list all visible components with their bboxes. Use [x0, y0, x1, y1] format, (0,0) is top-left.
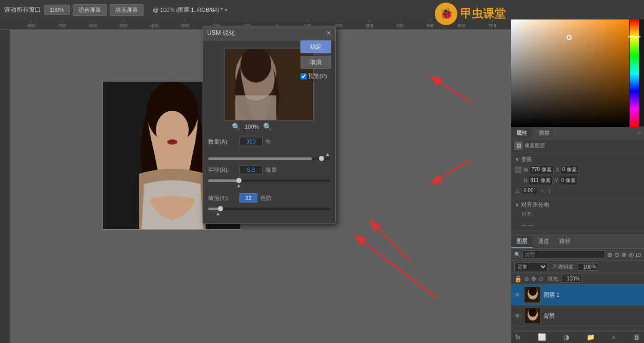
- ruler-tick: 400: [385, 23, 415, 28]
- tab-adjustments[interactable]: 调整: [533, 127, 555, 139]
- search-icon: 🔍: [514, 252, 520, 257]
- logo-text: 甲虫课堂: [460, 6, 506, 22]
- amount-input[interactable]: [239, 137, 263, 146]
- x-label: X: [556, 167, 559, 173]
- flip-v-icon[interactable]: ↕: [548, 187, 551, 194]
- usm-preview-check[interactable]: 预览(P): [300, 72, 331, 80]
- ruler-tick: -400: [138, 23, 169, 28]
- zoom-100-button[interactable]: 100%: [44, 5, 70, 15]
- color-picker[interactable]: [511, 19, 644, 127]
- layer-name: 图层 1: [544, 291, 641, 299]
- usm-buttons: 确定 取消 预览(P): [300, 41, 331, 80]
- opacity-input[interactable]: [578, 263, 598, 271]
- align-chevron: ∨: [515, 202, 519, 208]
- ruler-tick: -700: [46, 23, 77, 28]
- adjustment-button[interactable]: ◑: [564, 333, 569, 341]
- radius-input[interactable]: [239, 165, 263, 174]
- lock-icon[interactable]: 🔒: [514, 275, 522, 283]
- align-label: 对齐并分布: [521, 201, 549, 209]
- filter-icon2[interactable]: ⊙: [614, 251, 619, 258]
- blend-mode-select[interactable]: 正常: [514, 263, 548, 271]
- align-dash2: —: [529, 222, 534, 228]
- y-value[interactable]: 0 像素: [559, 176, 577, 185]
- filter-icon5[interactable]: ⊡: [636, 251, 641, 258]
- layer-thumbnail: [524, 308, 540, 324]
- new-layer-button[interactable]: +: [612, 333, 616, 341]
- layers-bottom: fx ⬜ ◑ 📁 + 🗑: [511, 331, 644, 343]
- rotation-value[interactable]: 0.00°: [521, 187, 537, 194]
- transform-label: 变换: [521, 155, 532, 163]
- tab-channels[interactable]: 通道: [533, 235, 554, 248]
- ruler-tick: -600: [77, 23, 108, 28]
- amount-row: 数量(A): %: [208, 137, 330, 146]
- layers-blend-row: 正常 不透明度:: [511, 261, 644, 273]
- mask-button[interactable]: ⬜: [538, 333, 546, 341]
- props-tab-row: 属性 调整 −: [511, 127, 644, 139]
- filter-icon4[interactable]: ◎: [629, 251, 634, 258]
- amount-slider-thumb[interactable]: [319, 156, 324, 161]
- align-header[interactable]: ∨ 对齐并分布: [515, 201, 640, 209]
- filter-icon[interactable]: ⊕: [607, 251, 612, 258]
- h-value[interactable]: 811 像素: [528, 176, 552, 185]
- link-icon[interactable]: [515, 167, 521, 173]
- preview-checkbox[interactable]: [300, 73, 307, 79]
- eye-icon[interactable]: 👁: [514, 312, 521, 320]
- usm-params: 数量(A): % ▲ 半径(R): 像素 ▲ 阈: [203, 133, 335, 224]
- threshold-input[interactable]: [239, 193, 257, 203]
- threshold-slider-thumb[interactable]: [218, 206, 223, 211]
- usm-zoom-bar: 🔍 100% 🔍: [207, 123, 296, 131]
- chevron-icon: ∨: [515, 156, 519, 162]
- lock4-icon[interactable]: ⊙: [538, 275, 544, 283]
- usm-ok-button[interactable]: 确定: [300, 41, 331, 53]
- color-hue-bar[interactable]: [630, 19, 639, 127]
- color-picker-dot[interactable]: [567, 35, 572, 40]
- tab-paths[interactable]: 路径: [554, 235, 576, 248]
- lock3-icon[interactable]: ✤: [531, 275, 536, 283]
- image-label: 像素图层: [525, 142, 545, 149]
- zoom-out-icon[interactable]: 🔍: [232, 123, 240, 131]
- align-sub: 对齐:: [515, 211, 640, 218]
- usm-title: USM 锐化: [207, 29, 235, 37]
- opacity-label: 不透明度:: [553, 264, 575, 271]
- x-value[interactable]: 0 像素: [560, 165, 579, 174]
- usm-dialog: USM 锐化 × 🔍 100% 🔍 确定 取消: [203, 26, 336, 224]
- layer-search-input[interactable]: [522, 250, 605, 259]
- zoom-in-icon[interactable]: 🔍: [263, 123, 272, 131]
- layers-tabs: 图层 通道 路径: [511, 235, 644, 249]
- scroll-all-label: 滚动所有窗口: [4, 6, 41, 14]
- delete-layer-button[interactable]: 🗑: [633, 333, 640, 341]
- threshold-row: 阈值(T): 色阶: [208, 193, 330, 203]
- radius-row: 半径(R): 像素: [208, 165, 330, 174]
- panel-collapse-btn[interactable]: −: [634, 127, 644, 139]
- transform-header[interactable]: ∨ 变换: [515, 155, 640, 163]
- layer-item[interactable]: 👁 背景: [511, 306, 644, 327]
- tab-label[interactable]: @ 100% (图层 1, RGB/8#) * ×: [153, 6, 228, 14]
- ruler-tick: 300: [354, 23, 385, 28]
- tab-properties[interactable]: 属性: [511, 127, 533, 139]
- radius-label: 半径(R):: [208, 166, 236, 174]
- radius-slider-thumb[interactable]: [236, 178, 242, 183]
- fx-button[interactable]: fx: [515, 333, 520, 341]
- amount-label: 数量(A):: [208, 138, 236, 146]
- fill-input[interactable]: [561, 275, 582, 283]
- usm-close-button[interactable]: ×: [327, 29, 331, 37]
- threshold-unit: 色阶: [260, 194, 272, 202]
- folder-button[interactable]: 📁: [587, 333, 595, 341]
- eye-icon[interactable]: 👁: [514, 291, 521, 299]
- tab-layers[interactable]: 图层: [511, 235, 533, 248]
- filter-icon3[interactable]: ⊗: [621, 251, 627, 258]
- radius-unit: 像素: [266, 166, 277, 174]
- fill-screen-button[interactable]: 填充屏幕: [110, 4, 144, 16]
- flip-h-icon[interactable]: ↔: [539, 187, 546, 194]
- usm-cancel-button[interactable]: 取消: [300, 56, 331, 69]
- transform-section: ∨ 变换 W 770 像素 X 0 像素: [511, 152, 644, 198]
- layer-item[interactable]: 👁 图层 1: [511, 285, 644, 306]
- lock2-icon[interactable]: ⊕: [524, 275, 529, 283]
- ruler-tick: -800: [15, 23, 46, 28]
- threshold-label: 阈值(T):: [208, 194, 236, 202]
- logo-icon: 🐞: [435, 3, 457, 25]
- fit-screen-button[interactable]: 适合屏幕: [73, 4, 107, 16]
- w-value[interactable]: 770 像素: [529, 165, 553, 174]
- h-label: H: [524, 178, 527, 184]
- amount-unit: %: [266, 138, 271, 145]
